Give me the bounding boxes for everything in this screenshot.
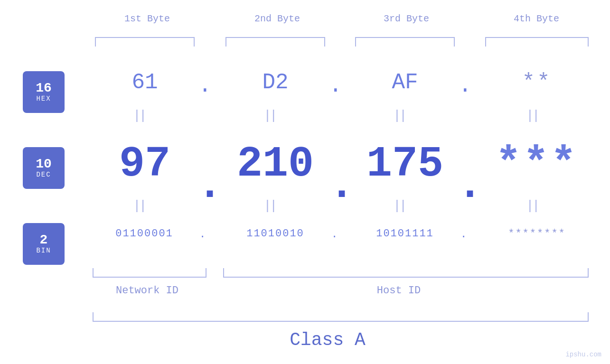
top-bracket-byte2 (225, 37, 325, 47)
hex-value-byte1: 61 (95, 70, 195, 95)
equals-dec-bin-4: || (526, 198, 538, 213)
byte-header-1: 1st Byte (100, 13, 195, 24)
main-content: 1st Byte 2nd Byte 3rd Byte 4th Byte 16 H… (0, 0, 610, 364)
equals-dec-bin-3: || (393, 198, 405, 213)
hex-value-byte2: D2 (225, 70, 325, 95)
bin-value-byte1: 01100001 (93, 228, 196, 240)
network-id-label: Network ID (111, 285, 183, 297)
bottom-bracket-network (93, 268, 206, 278)
base-label-dec: 10 DEC (23, 147, 65, 189)
base-label-bin: 2 BIN (23, 223, 65, 265)
hex-dot-2: . (329, 74, 342, 98)
hex-base-num: 16 (36, 82, 52, 95)
equals-hex-dec-1: || (133, 108, 145, 123)
class-label: Class A (261, 330, 394, 350)
bin-value-byte3: 10101111 (355, 228, 455, 240)
hex-dot-3: . (459, 74, 472, 98)
base-label-hex: 16 HEX (23, 71, 65, 113)
top-bracket-byte3 (355, 37, 455, 47)
dec-value-byte1: 97 (95, 140, 195, 188)
top-bracket-byte4 (485, 37, 589, 47)
dec-dot-1: . (197, 161, 223, 210)
hex-value-byte4: ** (485, 70, 589, 95)
dec-base-num: 10 (36, 158, 52, 171)
bin-base-num: 2 (40, 233, 48, 247)
dec-base-text: DEC (36, 171, 51, 178)
dec-dot-2: . (329, 161, 355, 210)
byte-header-4: 4th Byte (489, 13, 584, 24)
bottom-bracket-host (223, 268, 589, 278)
bin-base-text: BIN (36, 247, 51, 254)
dec-dot-3: . (457, 161, 483, 210)
equals-hex-dec-4: || (526, 108, 538, 123)
byte-header-2: 2nd Byte (230, 13, 325, 24)
watermark: ipshu.com (565, 351, 601, 358)
dec-value-byte4: *** (485, 140, 589, 188)
bin-dot-3: . (460, 229, 467, 241)
bin-dot-2: . (331, 229, 338, 241)
hex-dot-1: . (198, 74, 212, 98)
hex-value-byte3: AF (355, 70, 455, 95)
byte-header-3: 3rd Byte (359, 13, 454, 24)
bin-value-byte2: 11010010 (223, 228, 328, 240)
bin-dot-1: . (199, 229, 206, 241)
top-bracket-byte1 (95, 37, 195, 47)
equals-dec-bin-1: || (133, 198, 145, 213)
bottom-full-bracket (93, 312, 589, 322)
dec-value-byte2: 210 (223, 140, 328, 188)
bin-value-byte4: ******** (485, 228, 589, 240)
hex-base-text: HEX (36, 95, 51, 103)
equals-dec-bin-2: || (263, 198, 276, 213)
host-id-label: Host ID (351, 285, 446, 297)
equals-hex-dec-2: || (263, 108, 276, 123)
equals-hex-dec-3: || (393, 108, 405, 123)
dec-value-byte3: 175 (355, 140, 455, 188)
